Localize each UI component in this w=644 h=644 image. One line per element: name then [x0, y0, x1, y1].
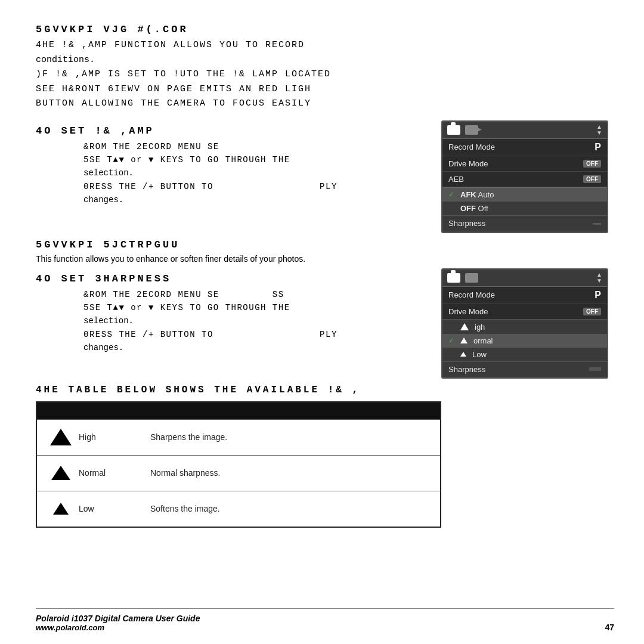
tri-normal-icon — [51, 466, 70, 480]
record-mode-label-2: Record Mode — [448, 290, 495, 299]
instr-1c: selection. — [60, 166, 429, 179]
para-1e: BUTTON ALLOWING THE CAMERA TO FOCUS EASI… — [36, 97, 614, 111]
table-section: 4HE TABLE BELOW SHOWS THE AVAILABLE !& , — [36, 385, 614, 395]
instr-1b: 5SE T▲▼ or ▼ keys to go through the — [60, 153, 429, 166]
table-icon-normal — [43, 466, 79, 480]
aeb-label: AEB — [448, 175, 464, 184]
dropdown-label-off: OFF Off — [460, 204, 488, 213]
sharpness-label-2: Sharpness — [448, 365, 485, 374]
table-row-normal: Normal Normal sharpness. — [37, 455, 440, 491]
table-desc-normal: Normal sharpness. — [150, 468, 434, 478]
menu-dropdown: ✓ AFK Auto OFF Off Sharpness — — [442, 187, 607, 232]
para-1a: 4HE !& ,AMP FUNCTION ALLOWS YOU TO RECOR… — [36, 39, 614, 52]
empty-check — [448, 204, 457, 212]
menu-row-record-mode-2: Record Mode P — [442, 287, 607, 304]
table-desc-low: Softens the image. — [150, 504, 434, 513]
low-check — [448, 350, 457, 358]
drive-mode-label: Drive Mode — [448, 159, 488, 168]
camera-icon-2 — [447, 273, 460, 283]
dropdown-label-auto: AFK Auto — [460, 190, 494, 199]
high-tri-icon — [460, 323, 469, 330]
instr-2a: &ROM THE 2ECORD MENU SE SS — [60, 288, 429, 301]
table-icon-low — [43, 503, 79, 515]
table-row-low: Low Softens the image. — [37, 491, 440, 527]
scroll-arrows-2: ▲▼ — [596, 272, 602, 284]
video-icon — [465, 125, 478, 135]
tri-high-icon — [50, 429, 72, 445]
sharp-item-low: Low — [442, 348, 607, 361]
heading-aeb: 4O SET !& ,AMP — [36, 125, 429, 137]
brand-name: Polaroid i1037 Digital Camera User Guide — [36, 614, 200, 623]
menu-header-icons-2 — [447, 273, 478, 283]
sharpness-instructions: &ROM THE 2ECORD MENU SE SS 5SE T▲▼ or ▼ … — [36, 288, 429, 355]
sharpness-desc: This function allows you to enhance or s… — [36, 254, 614, 264]
heading-table: 4HE TABLE BELOW SHOWS THE AVAILABLE !& , — [36, 385, 614, 395]
heading-color: 5GVVKPI VJG #(.COR — [36, 24, 614, 35]
record-mode-value-2: P — [595, 290, 601, 301]
menu-header-1: ▲▼ — [442, 122, 607, 139]
instr-1f: changes. — [60, 193, 429, 206]
heading-set-sharpness: 4O SET 3HARPNESS — [36, 273, 429, 284]
page-number: 47 — [605, 623, 614, 632]
sharpness-dropdown: igh ✓ ormal Low Sharpness — [442, 320, 607, 377]
table-header — [37, 402, 440, 419]
check-icon: ✓ — [448, 190, 457, 199]
scroll-arrows: ▲▼ — [596, 124, 602, 136]
instr-1a: &ROM THE 2ECORD MENU SE — [60, 140, 429, 153]
instr-2d: 0RESS THE /+ BUTTON TO PLY — [60, 328, 429, 341]
drive-mode-label-2: Drive Mode — [448, 307, 488, 316]
instr-2c: selection. — [60, 314, 429, 327]
record-mode-label: Record Mode — [448, 143, 495, 151]
normal-check: ✓ — [448, 336, 457, 345]
aeb-text: 4O SET !& ,AMP &ROM THE 2ECORD MENU SE 5… — [36, 119, 429, 207]
page: 5GVVKPI VJG #(.COR 4HE !& ,AMP FUNCTION … — [0, 0, 644, 644]
sharp-high-label: igh — [475, 323, 485, 332]
low-tri-icon — [460, 352, 466, 357]
set-sharpness-text: 4O SET 3HARPNESS &ROM THE 2ECORD MENU SE… — [36, 267, 429, 355]
menu-row-sharpness: Sharpness — — [442, 215, 607, 232]
para-1c: )F !& ,AMP IS SET TO !UTO THE !& LAMP LO… — [36, 68, 614, 82]
menu-header-icons — [447, 125, 478, 135]
sharp-item-high: igh — [442, 320, 607, 334]
normal-tri-icon — [460, 338, 467, 343]
sharp-item-normal: ✓ ormal — [442, 334, 607, 348]
aeb-section: 4O SET !& ,AMP &ROM THE 2ECORD MENU SE 5… — [36, 119, 614, 233]
menu-widget-2: ▲▼ Record Mode P Drive Mode OFF igh — [441, 268, 608, 379]
table-name-normal: Normal — [79, 468, 150, 478]
sharpness-bar — [589, 367, 601, 371]
drive-mode-value-2: OFF — [583, 308, 601, 315]
heading-sharpness: 5GVVKPI 5JCTRPGUU — [36, 239, 614, 250]
footer: Polaroid i1037 Digital Camera User Guide… — [36, 608, 614, 632]
camera-icon — [447, 125, 460, 135]
instr-1d: 0RESS THE /+ BUTTON TO PLY — [60, 180, 429, 193]
menu-widget-1: ▲▼ Record Mode P Drive Mode OFF AEB OFF — [441, 120, 608, 233]
aeb-instructions: &ROM THE 2ECORD MENU SE 5SE T▲▼ or ▼ key… — [36, 140, 429, 207]
instr-2f: changes. — [60, 341, 429, 354]
sharpness-value: — — [593, 219, 601, 228]
para-1b: conditions. — [36, 54, 614, 67]
sharp-low-label: Low — [472, 350, 487, 359]
table-name-high: High — [79, 432, 150, 442]
top-section: 5GVVKPI VJG #(.COR 4HE !& ,AMP FUNCTION … — [36, 24, 614, 111]
dropdown-item-off: OFF Off — [442, 202, 607, 215]
sharp-normal-label: ormal — [473, 336, 493, 345]
menu-header-2: ▲▼ — [442, 270, 607, 287]
table-row-high: High Sharpens the image. — [37, 419, 440, 455]
camera-menu-2: ▲▼ Record Mode P Drive Mode OFF igh — [441, 268, 614, 379]
table-desc-high: Sharpens the image. — [150, 432, 434, 442]
sharpness-label: Sharpness — [448, 219, 485, 228]
high-check — [448, 323, 457, 331]
set-sharpness-section: 4O SET 3HARPNESS &ROM THE 2ECORD MENU SE… — [36, 267, 614, 379]
menu-row-aeb: AEB OFF — [442, 172, 607, 187]
sharp-menu-row-bottom: Sharpness — [442, 361, 607, 377]
camera-menu-1: ▲▼ Record Mode P Drive Mode OFF AEB OFF — [441, 120, 614, 233]
sharpness-table: High Sharpens the image. Normal Normal s… — [36, 401, 441, 528]
record-mode-value: P — [595, 142, 601, 153]
para-1d: SEE h&RONT 6IEWv ON PAGE EMITS AN RED LI… — [36, 83, 614, 97]
instr-2b: 5SE T▲▼ or ▼ keys to go through the — [60, 301, 429, 314]
video-icon-2 — [465, 273, 478, 283]
website: www.polaroid.com — [36, 623, 200, 632]
footer-left: Polaroid i1037 Digital Camera User Guide… — [36, 614, 200, 632]
table-icon-high — [43, 429, 79, 445]
menu-row-drive-mode-2: Drive Mode OFF — [442, 304, 607, 320]
